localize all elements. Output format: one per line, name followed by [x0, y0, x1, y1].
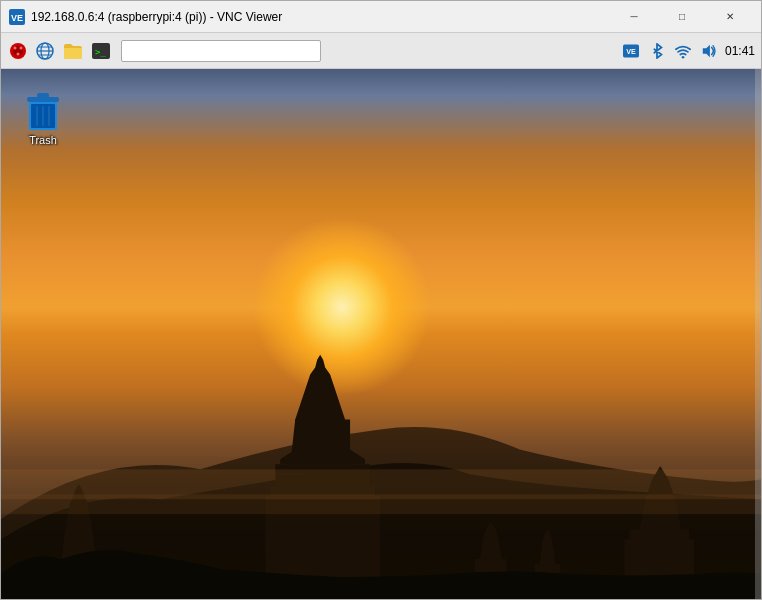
svg-text:VE: VE: [11, 13, 23, 23]
svg-rect-28: [37, 93, 49, 98]
search-input[interactable]: [121, 40, 321, 62]
taskbar: >_ VE: [1, 33, 761, 69]
svg-point-16: [682, 55, 685, 58]
file-manager-icon[interactable]: [61, 39, 85, 63]
temple-silhouettes: [1, 69, 761, 599]
volume-icon[interactable]: [699, 41, 719, 61]
svg-point-4: [14, 46, 17, 49]
wifi-icon[interactable]: [673, 41, 693, 61]
browser-icon[interactable]: [33, 39, 57, 63]
bluetooth-icon[interactable]: [647, 41, 667, 61]
title-bar: VE 192.168.0.6:4 (raspberrypi:4 (pi)) - …: [1, 1, 761, 33]
svg-rect-26: [1, 494, 761, 514]
close-button[interactable]: ✕: [707, 1, 753, 33]
raspberry-pi-menu-icon[interactable]: [7, 40, 29, 62]
scrollbar[interactable]: [755, 69, 761, 599]
svg-marker-17: [703, 44, 710, 56]
svg-text:VE: VE: [626, 47, 636, 56]
svg-point-5: [20, 46, 23, 49]
maximize-button[interactable]: □: [659, 1, 705, 33]
trash-desktop-icon[interactable]: Trash: [15, 87, 71, 151]
desktop: Trash: [1, 69, 761, 599]
terminal-icon[interactable]: >_: [89, 39, 113, 63]
window-icon: VE: [9, 9, 25, 25]
svg-text:>_: >_: [95, 47, 106, 57]
minimize-button[interactable]: ─: [611, 1, 657, 33]
system-tray: VE: [621, 41, 755, 61]
vnc-window: VE 192.168.0.6:4 (raspberrypi:4 (pi)) - …: [0, 0, 762, 600]
trash-icon-image: [23, 91, 63, 131]
system-clock: 01:41: [725, 44, 755, 58]
trash-label: Trash: [29, 134, 57, 147]
window-title: 192.168.0.6:4 (raspberrypi:4 (pi)) - VNC…: [31, 10, 611, 24]
window-controls: ─ □ ✕: [611, 1, 753, 33]
vnc-tray-icon[interactable]: VE: [621, 41, 641, 61]
svg-point-6: [17, 52, 20, 55]
vnc-content: >_ VE: [1, 33, 761, 599]
